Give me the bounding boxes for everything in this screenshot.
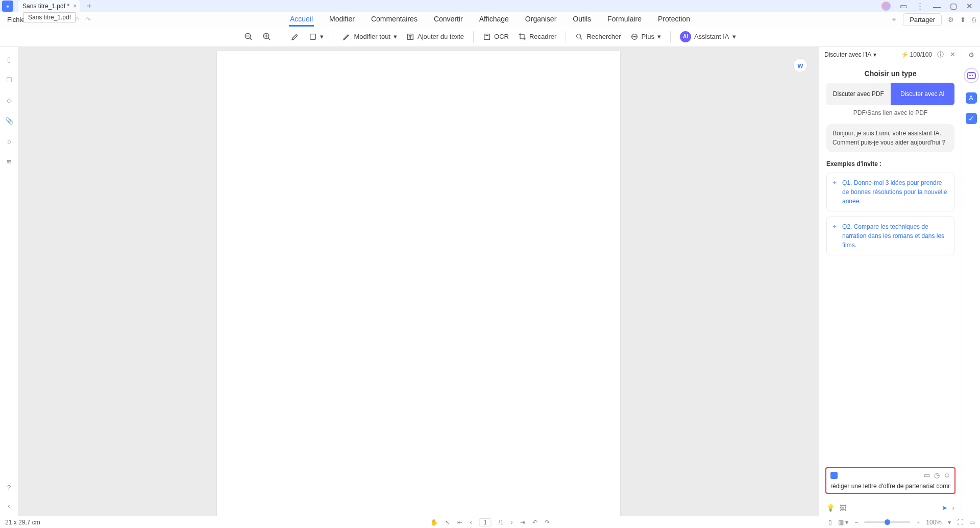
settings-icon[interactable]: ⚙ [968,51,974,59]
help-icon[interactable]: ? [5,483,13,491]
zoom-in-icon[interactable]: + [916,519,920,526]
zoom-in-button[interactable] [262,32,272,41]
ribbon-formulaire[interactable]: Formulaire [606,13,643,27]
ocr-tool[interactable]: OCR [483,33,509,41]
close-tab-icon[interactable]: × [73,3,77,10]
ai-orb-icon[interactable] [881,2,891,11]
document-tab[interactable]: Sans titre_1.pdf * × [18,0,80,12]
prompt-example-2[interactable]: Q2. Compare les techniques de narration … [826,217,954,255]
prompts-label: Exemples d'invite : [826,160,954,167]
thumbnail-icon[interactable]: ▯ [5,55,13,63]
idea-icon[interactable]: 💡 [826,504,835,512]
more-tool[interactable]: Plus ▾ [630,33,661,41]
prompt-example-1[interactable]: Q1. Donne-moi 3 idées pour prendre de bo… [826,173,954,211]
ribbon-convertir[interactable]: Convertir [433,13,464,27]
ribbon-protection[interactable]: Protection [657,13,691,27]
word-icon-label: w [798,61,803,69]
prev-page-icon[interactable]: ‹ [470,519,472,526]
crop-label: Recadrer [529,33,556,40]
translate-icon[interactable]: A [966,92,977,104]
maximize-icon[interactable]: ▢ [950,2,957,11]
divider [473,31,474,42]
ai-robot-button[interactable] [964,68,979,83]
zoom-slider[interactable] [864,521,910,523]
page-number-input[interactable] [479,518,491,526]
zoom-out-button[interactable] [244,32,253,41]
toggle-pdf[interactable]: Discuter avec PDF [826,83,891,105]
ribbon-accueil[interactable]: Accueil [289,13,314,27]
page-total: /1 [498,519,503,526]
zoom-thumb[interactable] [885,519,890,525]
svg-line-2 [250,38,252,40]
highlight-tool[interactable] [290,32,300,41]
new-tab-button[interactable]: + [87,2,91,11]
zoom-out-icon[interactable]: − [854,519,858,526]
ai-assistant-tool[interactable]: AIAssistant IA ▾ [680,31,736,42]
crop-tool[interactable]: Recadrer [518,33,556,41]
minimize-icon[interactable]: — [933,2,941,11]
fullscreen-icon[interactable]: ⛶ [957,519,963,526]
jump-forward-icon[interactable]: ↷ [545,519,550,526]
ribbon-modifier[interactable]: Modifier [328,13,356,27]
close-window-icon[interactable]: ✕ [966,2,973,11]
ribbon-organiser[interactable]: Organiser [524,13,557,27]
app-logo: ▪ [2,1,13,12]
add-text-tool[interactable]: TAjouter du texte [406,33,464,41]
close-panel-icon[interactable]: ✕ [948,51,957,59]
canvas[interactable]: w [18,47,819,516]
svg-line-13 [580,38,582,39]
search-tool[interactable]: Rechercher [575,33,621,41]
search-label: Rechercher [586,33,621,40]
collapse-icon[interactable]: ‹ [5,501,13,510]
insert-icon-1[interactable]: ▭ [924,471,930,479]
menubar: Fichier Sans titre_1.pdf ↶ ↷ Accueil Mod… [0,12,980,27]
attachment-icon[interactable]: 📎 [5,116,13,125]
ocr-label: OCR [494,33,509,40]
ai-greeting: Bonjour, je suis Lumi, votre assistant I… [826,124,954,152]
info-icon[interactable]: ⓘ [936,51,944,59]
ribbon-outils[interactable]: Outils [572,13,592,27]
layers-icon[interactable]: ≋ [5,157,13,165]
status-nav: ✋ ↖ ⇤ ‹ /1 › ⇥ ↶ ↷ [430,518,549,526]
shape-tool[interactable]: ▾ [309,33,324,41]
left-sidebar: ▯ ☐ ◇ 📎 ⌕ ≋ ? ‹ [0,47,18,516]
zoom-dropdown-icon[interactable]: ▾ [948,519,951,526]
view-single-icon[interactable]: ▯ [828,519,832,526]
read-mode-icon[interactable]: ▭ [969,519,975,526]
jump-back-icon[interactable]: ↶ [532,519,537,526]
view-scroll-icon[interactable]: ▥ ▾ [838,519,848,526]
titlebar: ▪ Sans titre_1.pdf * × + ▭ ⋮ — ▢ ✕ [0,0,980,12]
ribbon-commentaires[interactable]: Commentaires [370,13,419,27]
toggle-ai[interactable]: Discuter avec AI [891,83,955,105]
pdf-page[interactable] [217,51,620,516]
file-tooltip: Sans titre_1.pdf [23,12,76,22]
comment-icon[interactable]: ◇ [5,96,13,104]
word-export-button[interactable]: w [793,58,807,73]
first-page-icon[interactable]: ⇤ [457,519,462,526]
clock-icon[interactable]: ◷ [934,471,940,479]
image-icon[interactable]: 🖼 [840,504,846,512]
chat-icon[interactable]: ▭ [900,2,907,11]
next-page-icon[interactable]: › [511,519,513,526]
emoji-icon[interactable]: ☺ [944,471,950,479]
divider [281,31,281,42]
last-page-icon[interactable]: ⇥ [520,519,525,526]
find-icon[interactable]: ⌕ [5,137,13,145]
bookmark-icon[interactable]: ☐ [5,76,13,84]
expand-icon[interactable]: › [952,504,954,512]
svg-line-6 [268,38,271,40]
token-counter: ⚡100/100 [901,51,932,58]
ribbon-affichage[interactable]: Affichage [478,13,510,27]
modify-all-label: Modifier tout [354,33,390,40]
attach-doc-icon[interactable] [830,472,838,479]
bolt-icon: ⚡ [901,51,909,58]
ai-input-footer: 💡 🖼 ➤ › [819,500,962,516]
hand-tool-icon[interactable]: ✋ [430,519,438,526]
modify-all-tool[interactable]: Modifier tout ▾ [342,33,397,41]
send-button[interactable]: ➤ [942,504,947,512]
ai-mode-dropdown[interactable]: Discuter avec l'IA ▾ [824,51,876,58]
check-icon[interactable]: ✓ [966,113,977,124]
ai-prompt-input[interactable] [830,483,950,490]
more-icon[interactable]: ⋮ [916,2,924,11]
select-tool-icon[interactable]: ↖ [445,519,450,526]
